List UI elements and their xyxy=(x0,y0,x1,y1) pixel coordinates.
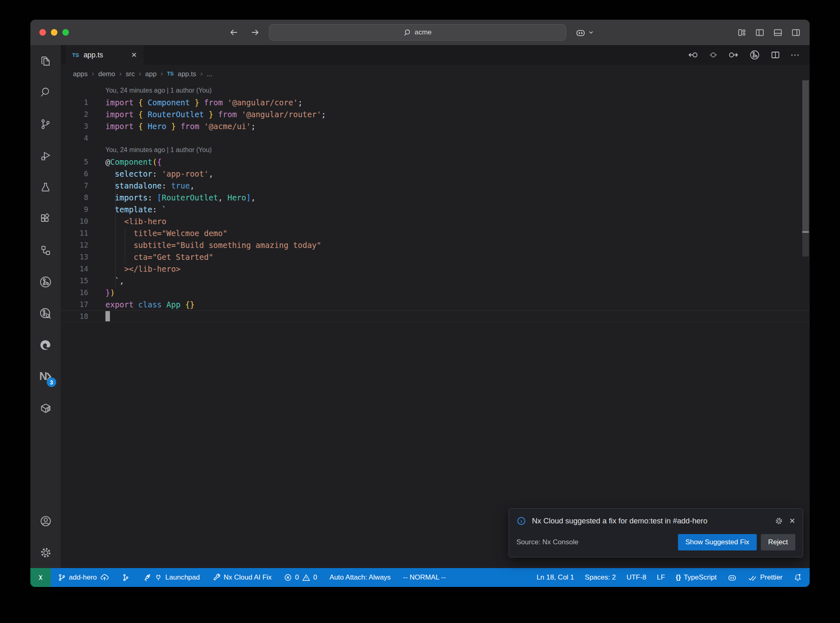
breadcrumb-item[interactable]: src xyxy=(126,70,135,78)
eol-status[interactable]: LF xyxy=(657,573,665,582)
auto-attach-status[interactable]: Auto Attach: Always xyxy=(329,573,390,582)
code-text: export class App {} xyxy=(88,300,194,309)
code-text: selector: 'app-root', xyxy=(88,169,213,178)
info-icon xyxy=(516,516,526,526)
code-line[interactable]: 14 ></lib-hero> xyxy=(61,263,810,275)
sidebar-item-nx[interactable]: N 3 xyxy=(30,361,61,392)
indent-guide xyxy=(125,227,125,263)
code-line[interactable]: 1import { Component } from '@angular/cor… xyxy=(61,96,810,108)
container-icon xyxy=(39,401,52,415)
command-center-search[interactable]: acme xyxy=(269,24,566,41)
code-line[interactable]: 7 standalone: true, xyxy=(61,180,810,191)
warning-icon xyxy=(302,573,310,582)
code-text: @Component({ xyxy=(88,157,162,166)
toggle-panel-icon[interactable] xyxy=(773,28,783,37)
settings-button[interactable] xyxy=(30,537,61,568)
scrollbar-thumb[interactable] xyxy=(802,80,809,233)
double-check-icon xyxy=(748,573,757,582)
sidebar-item-references[interactable] xyxy=(30,234,61,266)
search-icon xyxy=(403,29,411,36)
code-line[interactable]: 6 selector: 'app-root', xyxy=(61,168,810,180)
notification-close-icon[interactable]: ✕ xyxy=(789,516,795,525)
sidebar-item-containers[interactable] xyxy=(30,392,61,424)
problems-status[interactable]: 0 0 xyxy=(284,573,317,582)
window-controls xyxy=(39,29,69,36)
breadcrumb-item[interactable]: app.ts xyxy=(178,70,196,78)
code-line[interactable]: 5@Component({ xyxy=(61,156,810,168)
zoom-window-button[interactable] xyxy=(62,29,69,36)
code-line[interactable]: 9 template: ` xyxy=(61,203,810,215)
code-line[interactable]: 4 xyxy=(61,132,810,144)
formatter-status[interactable]: Prettier xyxy=(748,573,783,582)
git-branch-status[interactable]: add-hero xyxy=(57,573,109,582)
code-line[interactable]: 12 subtitle="Build something amazing tod… xyxy=(61,239,810,251)
code-line[interactable]: 18 xyxy=(61,310,810,322)
encoding-status[interactable]: UTF-8 xyxy=(626,573,646,582)
code-line[interactable]: 13 cta="Get Started" xyxy=(61,251,810,263)
source-control-icon xyxy=(39,118,52,131)
navigate-forward-icon[interactable] xyxy=(250,27,260,37)
run-debug-icon xyxy=(39,149,52,162)
wrench-icon xyxy=(212,573,221,582)
language-mode-status[interactable]: {} TypeScript xyxy=(676,573,717,582)
minimize-window-button[interactable] xyxy=(51,29,57,36)
copilot-menu[interactable] xyxy=(575,27,594,38)
nav-current-change-icon[interactable] xyxy=(708,50,719,60)
breadcrumb-item[interactable]: ... xyxy=(207,70,212,78)
cursor-position-status[interactable]: Ln 18, Col 1 xyxy=(536,573,574,582)
close-window-button[interactable] xyxy=(39,29,46,36)
code-line[interactable]: 3import { Hero } from '@acme/ui'; xyxy=(61,120,810,132)
blame-annotation: You, 24 minutes ago | 1 author (You) xyxy=(61,84,810,96)
breadcrumb-item[interactable]: apps xyxy=(73,70,88,78)
vim-mode-status[interactable]: -- NORMAL -- xyxy=(403,573,446,582)
extensions-icon xyxy=(39,212,52,225)
sidebar-item-explorer[interactable] xyxy=(30,45,61,77)
sidebar-item-nx-cloud[interactable] xyxy=(30,298,61,329)
nx-cloud-fix-status[interactable]: Nx Cloud AI Fix xyxy=(212,573,272,582)
toggle-secondary-sidebar-icon[interactable] xyxy=(791,28,801,37)
titlebar: acme xyxy=(30,20,810,45)
split-editor-icon[interactable] xyxy=(770,50,781,60)
sidebar-item-source-control[interactable] xyxy=(30,108,61,140)
code-line[interactable]: 10 <lib-hero xyxy=(61,215,810,227)
sidebar-item-search[interactable] xyxy=(30,77,61,108)
editor-scrollbar[interactable] xyxy=(802,65,809,568)
line-number: 18 xyxy=(61,312,88,321)
code-editor[interactable]: You, 24 minutes ago | 1 author (You)1imp… xyxy=(61,83,810,568)
sidebar-item-nx-console[interactable] xyxy=(30,266,61,298)
accounts-button[interactable] xyxy=(30,505,61,537)
notifications-bell[interactable] xyxy=(793,573,802,582)
code-line[interactable]: 17export class App {} xyxy=(61,298,810,310)
indentation-status[interactable]: Spaces: 2 xyxy=(585,573,616,582)
customize-layout-icon[interactable] xyxy=(737,28,746,37)
code-text: `, xyxy=(88,276,124,285)
navigate-back-icon[interactable] xyxy=(229,27,239,37)
nav-forward-change-icon[interactable] xyxy=(728,50,739,60)
sidebar-item-extensions[interactable] xyxy=(30,203,61,234)
sidebar-item-run-debug[interactable] xyxy=(30,140,61,171)
code-line[interactable]: 15 `, xyxy=(61,275,810,286)
commit-graph-button[interactable] xyxy=(121,573,130,582)
chevron-down-icon xyxy=(588,30,594,35)
more-actions-icon[interactable]: ⋯ xyxy=(790,50,800,60)
breadcrumb-item[interactable]: demo xyxy=(98,70,115,78)
nx-graph-search-icon xyxy=(39,307,52,321)
code-line[interactable]: 16}) xyxy=(61,286,810,298)
toggle-primary-sidebar-icon[interactable] xyxy=(755,28,765,37)
tab-app-ts[interactable]: TS app.ts ✕ xyxy=(66,45,144,65)
nx-run-target-icon[interactable] xyxy=(749,49,760,61)
sidebar-item-edge[interactable] xyxy=(30,329,61,361)
notification-settings-icon[interactable] xyxy=(774,516,783,525)
show-suggested-fix-button[interactable]: Show Suggested Fix xyxy=(678,534,757,550)
launchpad-status[interactable]: Launchpad xyxy=(142,573,200,582)
sidebar-item-testing[interactable] xyxy=(30,171,61,203)
reject-button[interactable]: Reject xyxy=(761,534,795,550)
code-line[interactable]: 11 title="Welcmoe demo" xyxy=(61,227,810,239)
copilot-status[interactable] xyxy=(727,573,737,582)
nav-back-change-icon[interactable] xyxy=(687,50,698,60)
breadcrumb-item[interactable]: app xyxy=(145,70,157,78)
remote-indicator[interactable] xyxy=(30,568,51,587)
close-tab-icon[interactable]: ✕ xyxy=(131,51,137,59)
code-line[interactable]: 2import { RouterOutlet } from '@angular/… xyxy=(61,108,810,120)
code-line[interactable]: 8 imports: [RouterOutlet, Hero], xyxy=(61,191,810,203)
